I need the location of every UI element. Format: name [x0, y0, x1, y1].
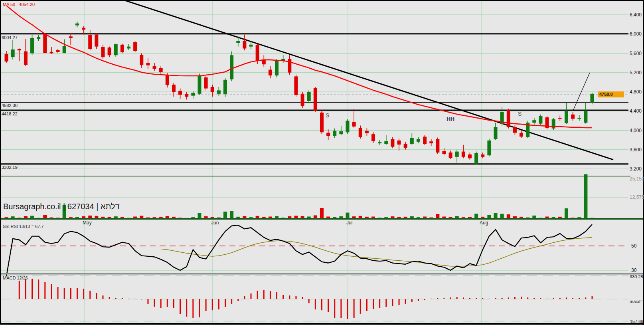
candlestick: [69, 36, 73, 38]
price-tick-label: 5,200: [630, 70, 642, 75]
candlestick: [198, 76, 201, 94]
candlestick: [18, 49, 21, 51]
candlestick: [571, 115, 575, 119]
candlestick: [114, 44, 118, 55]
candlestick: [217, 90, 221, 93]
arrow-annotation: [573, 73, 590, 110]
level-label-4582: 4582.30: [2, 103, 18, 108]
candlestick: [449, 153, 452, 158]
candlestick: [37, 37, 40, 39]
volume-bar: [584, 174, 587, 219]
candlestick: [487, 141, 491, 155]
candlestick: [301, 94, 304, 106]
candlestick: [436, 139, 439, 153]
candlestick: [269, 70, 272, 75]
volume-tick-label: 12,575: [630, 194, 644, 200]
candlestick: [30, 38, 34, 54]
candlestick: [56, 50, 60, 52]
ma50-legend: MA 50 : 4054.20: [3, 2, 35, 7]
candlestick: [146, 63, 150, 65]
watermark-text: Bursagraph.co.il | 627034 | דלתא: [3, 202, 120, 211]
candlestick: [49, 52, 53, 54]
candlestick: [121, 45, 124, 52]
month-label: Aug: [480, 220, 488, 226]
volume-bar: [223, 212, 227, 219]
price-tick-label: 4,400: [630, 108, 642, 114]
rsi-tick-label: 50: [631, 243, 636, 249]
candlestick: [391, 139, 394, 147]
candlestick: [378, 142, 381, 143]
candlestick: [410, 138, 414, 144]
price-tick-label: 5,600: [630, 51, 642, 56]
macd-axis-top: 330.28: [630, 274, 643, 279]
candlestick: [204, 77, 208, 89]
ma50-line: [6, 6, 592, 128]
candlestick: [507, 110, 510, 127]
candlestick: [455, 152, 459, 157]
candlestick: [314, 88, 317, 111]
candlestick: [140, 55, 143, 65]
candlestick: [43, 34, 47, 53]
candlestick: [365, 131, 369, 133]
candlestick: [95, 34, 98, 46]
rsi-line: [6, 224, 592, 276]
price-tick-label: 3,200: [630, 166, 642, 172]
candlestick: [346, 121, 349, 132]
price-tick-label: 4,800: [630, 89, 642, 95]
candlestick: [494, 127, 498, 139]
price-tick-label: 6,000: [630, 31, 642, 37]
candlestick: [333, 131, 336, 136]
candlestick: [178, 91, 182, 95]
candlestick: [320, 113, 324, 132]
candlestick: [249, 45, 253, 47]
level-label-3302: 3302.19: [2, 165, 18, 170]
price-tick-label: 6,400: [630, 12, 642, 18]
candlestick: [532, 120, 536, 123]
candlestick: [429, 141, 433, 143]
candlestick: [243, 41, 246, 48]
month-label: Jun: [211, 220, 219, 226]
month-label: May: [83, 220, 92, 226]
bottom-border: [0, 323, 644, 325]
volume-tick-label: 25,150: [630, 176, 644, 182]
level-label-6004: 6004.27: [2, 35, 18, 40]
candlestick: [326, 133, 330, 136]
candlestick: [481, 155, 484, 157]
candlestick: [404, 144, 407, 148]
left-border: [0, 0, 1, 323]
candlestick: [153, 66, 156, 69]
candlestick: [352, 122, 356, 127]
level-label-4418: 4418.22: [2, 111, 18, 117]
candlestick: [442, 151, 446, 154]
candlestick: [172, 85, 176, 92]
chart-canvas[interactable]: [0, 0, 644, 325]
candlestick: [539, 116, 542, 123]
candlestick: [211, 87, 214, 92]
candlestick: [565, 111, 568, 123]
candlestick: [24, 52, 28, 65]
annotation-hh: HH: [446, 116, 454, 122]
price-tick-label: 3,600: [630, 147, 642, 153]
candlestick: [256, 45, 259, 61]
macd-axis-bottom: -157.69: [628, 319, 643, 324]
candlestick: [101, 47, 105, 57]
candlestick: [359, 128, 362, 137]
candlestick: [275, 61, 279, 75]
candlestick: [63, 46, 66, 53]
month-label: Jul: [346, 220, 352, 226]
candlestick: [513, 127, 517, 133]
candlestick: [159, 68, 163, 72]
candlestick: [371, 134, 375, 141]
candlestick: [82, 28, 85, 30]
macd-legend: MACD 12/26: [3, 275, 28, 281]
chart-root: MA 50 : 4054.20 6004.27 4582.30 4418.22 …: [0, 0, 644, 325]
candlestick: [191, 93, 195, 95]
candlestick: [474, 153, 478, 164]
candlestick: [127, 47, 130, 49]
candlestick: [423, 137, 427, 144]
macd-axis-mid: macd=s: [630, 299, 644, 304]
candlestick: [75, 24, 79, 26]
volume-bar: [346, 213, 349, 219]
candlestick: [417, 139, 420, 142]
candlestick: [462, 152, 465, 157]
